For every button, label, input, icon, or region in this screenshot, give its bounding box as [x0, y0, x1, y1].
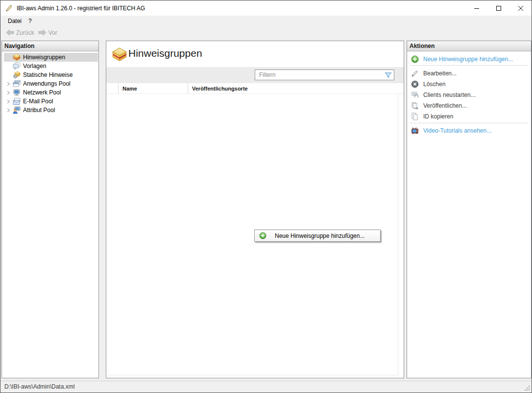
forward-label: Vor: [48, 29, 57, 36]
window-title: IBI-aws Admin 1.26.0 - registriert für I…: [17, 5, 145, 12]
add-plus-icon: [411, 55, 419, 63]
maximize-button[interactable]: [487, 0, 509, 16]
back-button[interactable]: Zurück: [4, 28, 36, 37]
add-hinweisgruppe-button-label: Neue Hinweisgruppe hinzufügen...: [275, 232, 364, 239]
window-controls: [465, 0, 532, 16]
forward-arrow-icon: [38, 29, 47, 36]
network-pool-icon: [13, 89, 21, 96]
delete-circle-icon: [411, 80, 419, 88]
nav-item-hinweisgruppen[interactable]: Hinweisgruppen: [4, 53, 98, 62]
filter-input[interactable]: [255, 70, 381, 80]
back-arrow-icon: [6, 29, 14, 36]
action-label: Bearbeiten...: [423, 70, 457, 77]
navigation-panel: Navigation Hinweisgruppen: [1, 41, 99, 378]
titlebar: IBI-aws Admin 1.26.0 - registriert für I…: [0, 0, 532, 16]
action-clients-neustarten[interactable]: Clients neustarten...: [407, 90, 531, 100]
action-video-tutorials[interactable]: Video-Tutorials ansehen...: [407, 125, 531, 136]
chevron-right-icon[interactable]: [6, 108, 10, 113]
nav-item-label: Vorlagen: [23, 63, 46, 69]
nav-item-anwendungs-pool[interactable]: Anwendungs Pool: [4, 79, 98, 88]
edit-pencil-icon: [411, 69, 419, 77]
notice-groups-box-icon: [112, 47, 127, 61]
email-pool-icon: [13, 97, 21, 105]
action-label: Clients neustarten...: [423, 92, 476, 98]
filter-bar: [106, 67, 404, 83]
publish-icon: [411, 102, 419, 110]
ibi-aws-logo-icon[interactable]: [5, 4, 13, 12]
menubar: Datei ?: [0, 16, 532, 26]
page-title: Hinweisgruppen: [128, 47, 202, 59]
nav-item-statische-hinweise[interactable]: Statische Hinweise: [4, 70, 98, 79]
action-bearbeiten[interactable]: Bearbeiten...: [407, 68, 531, 79]
minimize-icon: [474, 6, 479, 11]
main-header: Hinweisgruppen: [106, 41, 404, 67]
close-button[interactable]: [509, 0, 532, 16]
action-loeschen[interactable]: Löschen: [407, 79, 531, 90]
action-label: ID kopieren: [423, 113, 453, 120]
navigation-tree: Hinweisgruppen Vorlagen: [2, 51, 98, 115]
column-indicator: [106, 83, 118, 93]
nav-item-label: E-Mail Pool: [23, 98, 53, 105]
action-label: Veröffentlichen...: [423, 102, 467, 109]
chevron-right-icon[interactable]: [6, 91, 10, 95]
nav-item-label: Statische Hinweise: [23, 71, 73, 78]
statusbar-path: D:\IBI-aws\Admin\Data.xml: [4, 383, 74, 390]
menu-datei[interactable]: Datei: [4, 16, 25, 26]
back-label: Zurück: [16, 29, 34, 36]
nav-item-attribut-pool[interactable]: Attribut Pool: [4, 106, 98, 115]
toolbar: Zurück Vor: [0, 26, 532, 39]
forward-button[interactable]: Vor: [36, 28, 59, 37]
filter-funnel-icon[interactable]: [385, 71, 392, 79]
video-tutorials-tv-icon: [411, 127, 419, 135]
actions-separator: [410, 123, 528, 123]
content-area: Navigation Hinweisgruppen: [0, 39, 532, 381]
nav-item-label: Hinweisgruppen: [23, 54, 65, 61]
statusbar: D:\IBI-aws\Admin\Data.xml: [0, 381, 532, 393]
templates-icon: [13, 62, 21, 70]
resize-grip[interactable]: [524, 385, 531, 392]
column-header-name[interactable]: Name: [118, 83, 188, 93]
nav-item-label: Attribut Pool: [23, 107, 55, 114]
actions-header: Aktionen: [407, 41, 531, 51]
attribute-pool-icon: [13, 106, 21, 114]
action-neue-hinweisgruppe[interactable]: Neue Hinweisgruppe hinzufügen...: [407, 54, 531, 65]
nav-item-label: Anwendungs Pool: [23, 80, 71, 87]
copy-id-icon: [411, 113, 419, 120]
action-label: Video-Tutorials ansehen...: [423, 127, 491, 134]
table-header: Name Veröffentlichungsorte: [106, 83, 404, 94]
actions-panel: Aktionen Neue Hinweisgruppe hinzufügen..…: [407, 41, 532, 378]
chevron-right-icon[interactable]: [6, 99, 10, 104]
action-id-kopieren[interactable]: ID kopieren: [407, 111, 531, 122]
nav-item-label: Netzwerk Pool: [23, 89, 61, 96]
action-veroeffentlichen[interactable]: Veröffentlichen...: [407, 100, 531, 111]
nav-item-netzwerk-pool[interactable]: Netzwerk Pool: [4, 88, 98, 97]
navigation-header: Navigation: [2, 41, 98, 51]
maximize-icon: [496, 6, 501, 11]
nav-item-vorlagen[interactable]: Vorlagen: [4, 62, 98, 70]
column-header-veroeffentlichungsorte[interactable]: Veröffentlichungsorte: [188, 83, 404, 93]
add-hinweisgruppe-button[interactable]: Neue Hinweisgruppe hinzufügen...: [254, 230, 381, 242]
notice-groups-box-icon: [13, 53, 21, 61]
actions-separator: [410, 65, 528, 66]
menu-help[interactable]: ?: [25, 16, 35, 26]
action-label: Neue Hinweisgruppe hinzufügen...: [423, 56, 513, 63]
close-icon: [518, 6, 523, 11]
filter-box: [255, 69, 394, 80]
app-window: IBI-aws Admin 1.26.0 - registriert für I…: [0, 0, 532, 393]
main-panel: Hinweisgruppen Name Veröffentlichungsort…: [106, 41, 404, 378]
nav-item-email-pool[interactable]: E-Mail Pool: [4, 97, 98, 106]
static-notices-icon: [13, 71, 21, 79]
minimize-button[interactable]: [465, 0, 487, 16]
action-label: Löschen: [423, 81, 445, 88]
chevron-right-icon[interactable]: [6, 82, 10, 86]
add-plus-icon: [259, 232, 266, 239]
application-pool-icon: [13, 80, 21, 88]
restart-clients-icon: [411, 91, 419, 99]
